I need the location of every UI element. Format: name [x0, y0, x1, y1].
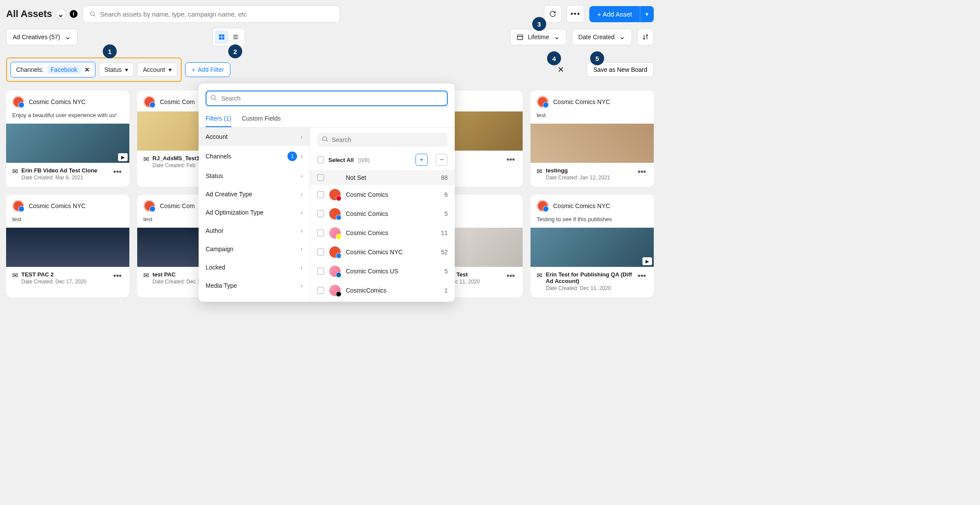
envelope-icon: ✉ — [143, 155, 149, 163]
sort-icon — [642, 34, 649, 40]
filter-type-item[interactable]: Locked› — [199, 258, 310, 276]
date-range-select[interactable]: Lifetime 3 — [510, 29, 567, 45]
select-all-remove-button[interactable]: − — [436, 154, 448, 166]
add-asset-button[interactable]: + Add Asset — [589, 6, 640, 22]
channels-filter-chip[interactable]: Channels: Facebook ✕ — [10, 62, 95, 77]
filter-type-label: Ad Optimization Type — [206, 209, 264, 216]
channels-label: Channels: — [16, 66, 44, 73]
card-more-menu[interactable]: ••• — [505, 271, 517, 280]
account-row[interactable]: Cosmic Comics US5 — [310, 262, 455, 281]
filter-type-label: Campaign — [206, 246, 233, 252]
select-all-count: (0/8) — [358, 157, 370, 163]
sort-label: Date Created — [578, 34, 615, 40]
add-filter-label: Add Filter — [198, 66, 224, 73]
filter-search-input[interactable] — [206, 91, 448, 106]
card-more-menu[interactable]: ••• — [505, 155, 517, 164]
list-view-button[interactable] — [229, 30, 243, 44]
account-row[interactable]: Cosmic Comics5 — [310, 204, 455, 223]
video-badge-icon: ▶ — [642, 257, 652, 265]
chevron-right-icon: › — [301, 246, 303, 252]
account-row[interactable]: TBG (Sprinklr)8 — [310, 300, 455, 301]
group-select[interactable]: Ad Creatives (57) — [6, 29, 78, 45]
filter-type-item[interactable]: Channels1› — [199, 146, 310, 167]
account-checkbox[interactable] — [317, 268, 324, 275]
card-more-menu[interactable]: ••• — [636, 167, 648, 176]
account-filter-chip[interactable]: Account ▾ — [137, 63, 177, 77]
tab-custom-fields[interactable]: Custom Fields — [242, 111, 280, 127]
select-all-add-button[interactable]: + — [416, 154, 428, 166]
chevron-right-icon: › — [301, 209, 303, 216]
chevron-right-icon: › — [301, 227, 303, 234]
grid-view-button[interactable] — [215, 30, 229, 44]
asset-card[interactable]: Cosmic Comics NYC test ✉ testingg Date C… — [531, 91, 654, 187]
filter-type-item[interactable]: Ad Creative Type› — [199, 185, 310, 203]
asset-card[interactable]: Cosmic Comics NYC Enjoy a beautiful user… — [6, 91, 129, 187]
video-badge-icon: ▶ — [118, 153, 128, 161]
remove-channels-filter[interactable]: ✕ — [84, 66, 90, 73]
card-more-menu[interactable]: ••• — [112, 167, 123, 176]
filter-type-label: Channels — [206, 153, 231, 160]
account-row[interactable]: Cosmic Comics6 — [310, 185, 455, 204]
account-search-input[interactable] — [317, 133, 448, 147]
info-icon[interactable]: i — [70, 10, 78, 18]
chevron-right-icon: › — [301, 172, 303, 179]
account-checkbox[interactable] — [317, 191, 324, 198]
account-checkbox[interactable] — [317, 229, 324, 236]
account-row[interactable]: Not Set88 — [310, 170, 455, 185]
main-search-input[interactable] — [100, 10, 333, 18]
brand-name: Cosmic Comics NYC — [553, 202, 610, 209]
sort-select[interactable]: Date Created — [572, 29, 632, 45]
title-dropdown[interactable] — [56, 9, 66, 19]
main-search[interactable] — [83, 6, 340, 23]
date-range-label: Lifetime — [528, 34, 549, 40]
more-menu-button[interactable]: ••• — [567, 5, 584, 23]
card-more-menu[interactable]: ••• — [112, 271, 123, 280]
select-all-checkbox[interactable] — [317, 156, 324, 163]
filter-popover: Filters (1) Custom Fields Account›Channe… — [199, 84, 455, 301]
asset-date: Date Created: Jan 12, 2021 — [546, 175, 632, 181]
account-row[interactable]: Cosmic Comics NYC52 — [310, 242, 455, 262]
filter-type-label: Media Type — [206, 282, 237, 289]
card-caption: test — [531, 111, 654, 124]
card-more-menu[interactable]: ••• — [636, 271, 648, 280]
svg-line-1 — [94, 15, 95, 17]
close-filters-button[interactable]: ✕ — [558, 65, 564, 74]
envelope-icon: ✉ — [537, 167, 542, 175]
filter-type-label: Account — [206, 133, 228, 140]
tab-filters[interactable]: Filters (1) — [206, 111, 231, 127]
card-image: ▶ — [6, 124, 129, 163]
add-filter-button[interactable]: + Add Filter — [185, 62, 230, 77]
account-row[interactable]: Cosmic Comics11 — [310, 223, 455, 242]
card-caption: Testing to see if this publishes — [531, 215, 654, 228]
brand-avatar — [143, 200, 155, 212]
filter-type-item[interactable]: Media Type› — [199, 276, 310, 295]
account-label: Account — [143, 66, 165, 73]
card-image — [6, 228, 129, 267]
account-checkbox[interactable] — [317, 174, 324, 181]
sort-direction-button[interactable] — [637, 29, 654, 45]
account-row[interactable]: CosmicComics1 — [310, 281, 455, 300]
account-checkbox[interactable] — [317, 249, 324, 256]
refresh-button[interactable] — [544, 5, 561, 23]
status-label: Status — [105, 66, 122, 73]
asset-card[interactable]: Cosmic Comics NYC test ✉ TEST PAC 2 Date… — [6, 195, 129, 297]
filter-type-item[interactable]: Ad Optimization Type› — [199, 203, 310, 222]
filter-type-item[interactable]: Author› — [199, 222, 310, 240]
filter-type-item[interactable]: Status› — [199, 167, 310, 185]
filter-type-item[interactable]: Campaign› — [199, 240, 310, 258]
chevron-down-icon — [619, 34, 625, 40]
account-checkbox[interactable] — [317, 210, 324, 217]
filter-type-item[interactable]: Account› — [199, 128, 310, 146]
brand-avatar — [12, 200, 24, 212]
add-asset-dropdown[interactable]: ▾ — [640, 6, 654, 22]
brand-name: Cosmic Comics NYC — [553, 98, 610, 105]
account-checkbox[interactable] — [317, 287, 324, 294]
account-count: 1 — [444, 287, 448, 294]
brand-name: Cosmic Com — [160, 98, 195, 105]
account-count: 11 — [441, 229, 448, 236]
asset-card[interactable]: Cosmic Comics NYC Testing to see if this… — [531, 195, 654, 297]
filter-count-badge: 1 — [287, 152, 297, 161]
status-filter-chip[interactable]: Status ▾ — [99, 63, 134, 77]
account-avatar — [329, 227, 341, 239]
account-avatar — [329, 285, 341, 296]
